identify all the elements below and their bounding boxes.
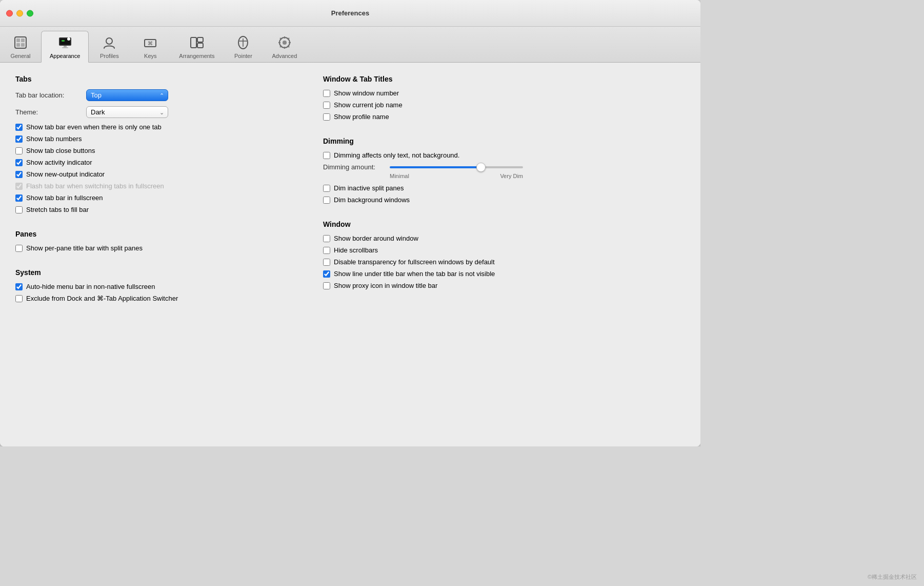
dimming-section: Dimming Dimming affects only text, not b… <box>323 137 685 208</box>
checkbox-show-profile-name-label: Show profile name <box>334 113 389 121</box>
general-icon <box>12 34 29 51</box>
checkbox-dim-inactive-split-panes-input[interactable] <box>323 185 330 192</box>
checkbox-show-tab-bar-fullscreen-label: Show tab bar in fullscreen <box>26 194 103 202</box>
tab-bar-location-label: Tab bar location: <box>15 91 82 99</box>
checkbox-dim-background-windows-label: Dim background windows <box>334 196 410 204</box>
checkbox-disable-transparency-fullscreen: Disable transparency for fullscreen wind… <box>323 258 685 266</box>
system-section-title: System <box>15 268 292 277</box>
svg-rect-9 <box>62 47 68 48</box>
checkbox-show-tab-bar-one-tab: Show tab bar even when there is only one… <box>15 123 292 131</box>
checkbox-disable-transparency-fullscreen-input[interactable] <box>323 259 330 266</box>
checkbox-show-tab-bar-one-tab-label: Show tab bar even when there is only one… <box>26 123 162 131</box>
pointer-icon <box>235 34 251 51</box>
dimming-amount-row: Dimming amount: <box>323 163 685 171</box>
titlebar: Preferences <box>0 0 700 27</box>
checkbox-hide-scrollbars-input[interactable] <box>323 247 330 254</box>
checkbox-hide-scrollbars-label: Hide scrollbars <box>334 246 378 254</box>
checkbox-show-tab-close-buttons-input[interactable] <box>15 147 23 154</box>
svg-rect-7 <box>62 40 65 42</box>
checkbox-show-proxy-icon-input[interactable] <box>323 282 330 289</box>
checkbox-per-pane-title-bar-input[interactable] <box>15 245 23 252</box>
window-tab-titles-title: Window & Tab Titles <box>323 75 685 83</box>
window-title: Preferences <box>331 9 369 17</box>
checkbox-auto-hide-menu-bar-input[interactable] <box>15 283 23 290</box>
checkbox-dim-inactive-split-panes-label: Dim inactive split panes <box>334 184 404 192</box>
checkbox-show-profile-name: Show profile name <box>323 113 685 121</box>
svg-point-10 <box>67 37 70 41</box>
checkbox-show-new-output-indicator: Show new-output indicator <box>15 170 292 178</box>
checkbox-show-tab-bar-fullscreen-input[interactable] <box>15 194 23 202</box>
dimming-amount-label: Dimming amount: <box>323 163 385 171</box>
checkbox-stretch-tabs: Stretch tabs to fill bar <box>15 206 292 213</box>
checkbox-exclude-from-dock: Exclude from Dock and ⌘-Tab Application … <box>15 295 292 302</box>
checkbox-show-window-number: Show window number <box>323 89 685 97</box>
main-content: Tabs Tab bar location: Top Bottom Left ⌃… <box>0 63 700 446</box>
keys-label: Keys <box>144 53 156 59</box>
checkbox-show-new-output-indicator-input[interactable] <box>15 171 23 178</box>
appearance-label: Appearance <box>50 53 80 59</box>
tab-bar-location-select[interactable]: Top Bottom Left <box>86 89 168 101</box>
toolbar-item-advanced[interactable]: Advanced <box>264 31 305 62</box>
tabs-section-title: Tabs <box>15 75 292 83</box>
toolbar-item-profiles[interactable]: Profiles <box>89 31 130 62</box>
checkbox-show-current-job-name-label: Show current job name <box>334 101 403 109</box>
checkbox-dimming-text-only-input[interactable] <box>323 152 330 159</box>
theme-select[interactable]: Dark Light System <box>86 106 168 118</box>
toolbar-item-arrangements[interactable]: Arrangements <box>171 31 223 62</box>
checkbox-show-window-number-input[interactable] <box>323 90 330 97</box>
checkbox-show-tab-numbers-input[interactable] <box>15 135 23 143</box>
checkbox-show-tab-bar-one-tab-input[interactable] <box>15 124 23 131</box>
tabs-section: Tabs Tab bar location: Top Bottom Left ⌃… <box>15 75 292 218</box>
arrangements-icon <box>189 34 205 51</box>
window-tab-titles-section: Window & Tab Titles Show window number S… <box>323 75 685 125</box>
checkbox-auto-hide-menu-bar-label: Auto-hide menu bar in non-native fullscr… <box>26 283 155 290</box>
svg-rect-2 <box>21 38 25 42</box>
checkbox-exclude-from-dock-input[interactable] <box>15 295 23 302</box>
checkbox-stretch-tabs-label: Stretch tabs to fill bar <box>26 206 89 213</box>
svg-rect-4 <box>21 43 25 47</box>
checkbox-dimming-text-only: Dimming affects only text, not backgroun… <box>323 151 685 159</box>
checkbox-disable-transparency-fullscreen-label: Disable transparency for fullscreen wind… <box>334 258 495 266</box>
checkbox-show-profile-name-input[interactable] <box>323 113 330 121</box>
close-button[interactable] <box>6 10 13 16</box>
checkbox-stretch-tabs-input[interactable] <box>15 206 23 213</box>
theme-row: Theme: Dark Light System ⌄ <box>15 106 292 118</box>
checkbox-flash-tab-bar: Flash tab bar when switching tabs in ful… <box>15 182 292 190</box>
profiles-icon <box>101 34 117 51</box>
svg-rect-3 <box>16 43 20 47</box>
checkbox-dim-background-windows-input[interactable] <box>323 197 330 204</box>
checkbox-show-tab-numbers: Show tab numbers <box>15 135 292 143</box>
dimming-amount-slider[interactable] <box>390 166 523 168</box>
slider-labels: Minimal Very Dim <box>390 173 523 179</box>
dimming-section-title: Dimming <box>323 137 685 145</box>
toolbar: General Appearance <box>0 27 700 63</box>
toolbar-item-appearance[interactable]: Appearance <box>41 31 89 63</box>
checkbox-show-line-under-title-bar-input[interactable] <box>323 270 330 278</box>
toolbar-item-keys[interactable]: ⌘ Keys <box>130 31 171 62</box>
pointer-label: Pointer <box>234 53 252 59</box>
checkbox-hide-scrollbars: Hide scrollbars <box>323 246 685 254</box>
checkbox-show-border-around-window: Show border around window <box>323 235 685 242</box>
checkbox-show-activity-indicator: Show activity indicator <box>15 159 292 166</box>
svg-text:⌘: ⌘ <box>148 41 153 46</box>
left-column: Tabs Tab bar location: Top Bottom Left ⌃… <box>15 75 292 434</box>
checkbox-show-line-under-title-bar: Show line under title bar when the tab b… <box>323 270 685 278</box>
checkbox-show-activity-indicator-input[interactable] <box>15 159 23 166</box>
profiles-label: Profiles <box>100 53 119 59</box>
checkbox-show-current-job-name-input[interactable] <box>323 102 330 109</box>
tab-bar-location-row: Tab bar location: Top Bottom Left ⌃ <box>15 89 292 101</box>
checkbox-dim-background-windows: Dim background windows <box>323 196 685 204</box>
traffic-lights <box>6 10 33 16</box>
maximize-button[interactable] <box>27 10 33 16</box>
slider-min-label: Minimal <box>390 173 409 179</box>
checkbox-show-border-around-window-input[interactable] <box>323 235 330 242</box>
checkbox-show-tab-close-buttons: Show tab close buttons <box>15 147 292 154</box>
toolbar-item-general[interactable]: General <box>0 31 41 62</box>
minimize-button[interactable] <box>16 10 23 16</box>
system-section: System Auto-hide menu bar in non-native … <box>15 268 292 306</box>
toolbar-item-pointer[interactable]: Pointer <box>223 31 264 62</box>
arrangements-label: Arrangements <box>179 53 214 59</box>
checkbox-show-proxy-icon: Show proxy icon in window title bar <box>323 282 685 289</box>
checkbox-per-pane-title-bar: Show per-pane title bar with split panes <box>15 244 292 252</box>
preferences-window: Preferences General <box>0 0 700 446</box>
